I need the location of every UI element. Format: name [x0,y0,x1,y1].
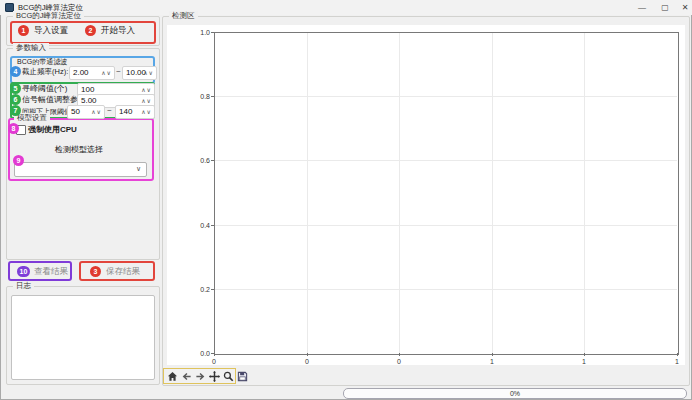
model-select-combobox[interactable]: ∨ [14,162,147,177]
forward-arrow-icon[interactable] [195,370,206,382]
badge-3: 3 [90,266,101,277]
x-tick-label: 0 [299,358,315,366]
spin-down-icon: ∨ [147,109,152,115]
view-results-button[interactable]: 10 查看结果 [8,261,72,281]
x-tick-label: 0 [391,358,407,366]
x-tick-mark [677,353,678,356]
y-tick-mark [211,225,214,226]
back-arrow-icon[interactable] [181,370,192,382]
cutoff-frequency-label: 截止频率(Hz): [22,66,68,77]
badge-10: 10 [17,266,30,277]
x-tick-mark [307,353,308,356]
progress-bar: 0% [343,388,687,399]
y-tick-mark [211,160,214,161]
badge-1: 1 [18,25,29,36]
view-results-label: 查看结果 [34,266,68,277]
plot-toolbar [163,368,236,384]
home-icon[interactable] [167,370,178,382]
log-group-title: 日志 [13,281,34,291]
save-icon[interactable] [237,370,248,382]
spin-down-icon: ∨ [97,109,102,115]
import-group: BCG的J峰算法定位 1 导入设置 2 开始导入 [6,16,160,46]
x-tick-label: 1 [576,358,592,366]
import-settings-button[interactable]: 导入设置 [34,25,68,36]
start-import-button[interactable]: 开始导入 [101,25,135,36]
interval-low-value: 50 [71,106,80,118]
y-tick-mark [211,353,214,354]
x-tick-mark [214,353,215,356]
close-button[interactable]: ✕ [676,0,692,15]
model-group-title: 模型设置 [14,113,50,123]
app-window: BCG的J峰算法定位 — ▢ ✕ BCG的J峰算法定位 1 导入设置 2 开始导… [0,0,692,400]
y-tick-label: 0.0 [192,350,210,358]
cutoff-low-spinbox[interactable]: 2.00 ∧∨ [69,66,115,80]
y-tick-label: 0.4 [192,222,210,230]
maximize-button[interactable]: ▢ [656,0,674,15]
plot-canvas[interactable]: 0001111.00.80.60.40.20.0 [167,25,685,365]
y-tick-mark [211,32,214,33]
x-tick-mark [584,353,585,356]
x-tick-label: 1 [484,358,500,366]
detection-group-title: 检测区 [169,11,198,21]
spin-down-icon: ∨ [149,70,154,76]
interval-high-spinbox[interactable]: 140 ∧∨ [115,105,155,119]
range-tilde: ~ [107,105,112,117]
minimize-button[interactable]: — [633,0,651,15]
spin-down-icon: ∨ [147,98,152,104]
spin-down-icon: ∨ [147,87,152,93]
badge-7: 7 [10,105,21,116]
import-group-title: BCG的J峰算法定位 [13,11,84,21]
progress-value: 0% [510,390,520,397]
badge-2: 2 [85,25,96,36]
y-tick-label: 0.8 [192,93,210,101]
model-select-label: 检测模型选择 [8,144,150,155]
badge-9: 9 [13,155,24,166]
log-group: 日志 [6,286,160,385]
zoom-icon[interactable] [223,370,234,382]
chevron-down-icon: ∨ [136,165,141,173]
y-tick-label: 0.6 [192,157,210,165]
params-group-title: 参数输入 [13,43,49,53]
save-results-label: 保存结果 [106,266,140,277]
y-tick-mark [211,96,214,97]
cpu-checkbox-label: 强制使用CPU [28,124,77,135]
x-tick-mark [492,353,493,356]
spin-down-icon: ∨ [107,70,112,76]
badge-6: 6 [10,94,21,105]
y-tick-label: 0.2 [192,286,210,294]
badge-4: 4 [10,66,21,77]
x-tick-mark [399,353,400,356]
interval-low-spinbox[interactable]: 50 ∧∨ [67,105,105,119]
interval-high-value: 140 [119,106,132,118]
cutoff-low-value: 2.00 [73,67,89,79]
plot-axes [214,32,679,355]
y-tick-mark [211,289,214,290]
x-tick-label: 0 [206,358,222,366]
log-textarea[interactable] [11,295,155,380]
params-group: 参数输入 BCG的带通滤波 4 截止频率(Hz): 2.00 ∧∨ ~ 10.0… [6,48,160,260]
range-tilde: ~ [116,66,121,78]
pan-icon[interactable] [209,370,220,382]
detection-group: 检测区 0001111.00.80.60.40.20.0 [162,16,690,386]
save-results-button[interactable]: 3 保存结果 [79,261,155,281]
badge-8: 8 [8,123,19,134]
x-tick-label: 1 [669,358,685,366]
cutoff-high-spinbox[interactable]: 10.00 ∧∨ [122,66,157,80]
peak-threshold-label: 寻峰阈值(个) [22,83,67,94]
title-bar: BCG的J峰算法定位 — ▢ ✕ [0,0,692,15]
y-tick-label: 1.0 [192,29,210,37]
badge-5: 5 [10,83,21,94]
